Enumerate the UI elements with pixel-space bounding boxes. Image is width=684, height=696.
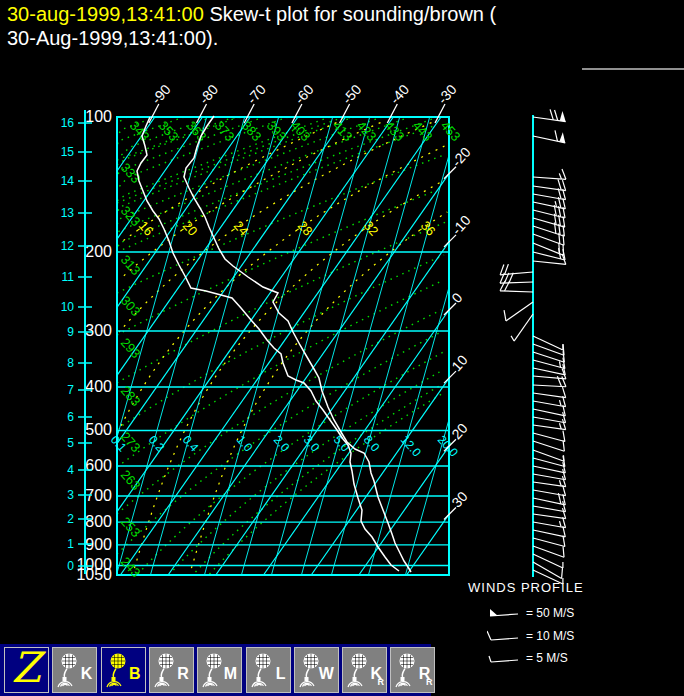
svg-text:1: 1 — [67, 537, 74, 551]
skewt-chart: 3333233133032932832732632532433433533633… — [0, 0, 684, 644]
svg-text:-20: -20 — [448, 144, 474, 170]
svg-text:5: 5 — [67, 436, 74, 450]
svg-text:13: 13 — [61, 206, 75, 220]
toolbar-button-label: R — [177, 666, 189, 682]
svg-text:32: 32 — [361, 218, 382, 239]
svg-text:-80: -80 — [196, 81, 222, 107]
svg-text:7: 7 — [67, 383, 74, 397]
radiosonde-balloon-icon — [346, 652, 372, 688]
svg-text:443: 443 — [410, 118, 436, 144]
legend-row-50ms: = 50 M/S — [487, 605, 574, 621]
toolbar-button-w[interactable]: W — [294, 647, 339, 693]
svg-text:400: 400 — [85, 378, 112, 395]
radiosonde-balloon-icon — [394, 652, 420, 688]
zebra-logo-icon: Z — [5, 648, 48, 692]
legend-row-10ms: = 10 M/S — [487, 628, 574, 644]
half-barb-icon — [487, 651, 521, 665]
legend-label-10ms: = 10 M/S — [526, 629, 574, 643]
svg-text:2: 2 — [67, 512, 74, 526]
legend-label-5ms: = 5 M/S — [526, 651, 568, 665]
toolbar-button-label: K — [81, 666, 93, 682]
svg-text:453: 453 — [438, 118, 464, 144]
svg-text:1.0: 1.0 — [234, 433, 256, 455]
svg-text:10: 10 — [448, 352, 470, 374]
svg-text:-50: -50 — [339, 81, 365, 107]
svg-text:36: 36 — [418, 218, 439, 239]
svg-text:24: 24 — [231, 218, 252, 239]
toolbar-button-k[interactable]: K — [52, 647, 97, 693]
radiosonde-balloon-icon — [56, 652, 82, 688]
svg-text:1050: 1050 — [76, 566, 112, 583]
svg-text:14: 14 — [61, 174, 75, 188]
svg-text:Z: Z — [11, 648, 46, 692]
svg-text:423: 423 — [354, 118, 380, 144]
svg-text:3: 3 — [67, 488, 74, 502]
svg-text:15: 15 — [61, 145, 75, 159]
plot-border — [117, 117, 449, 575]
svg-text:303: 303 — [118, 293, 144, 319]
radiosonde-balloon-icon — [153, 652, 179, 688]
svg-text:2.0: 2.0 — [271, 433, 293, 455]
svg-text:433: 433 — [382, 118, 408, 144]
svg-text:4: 4 — [67, 463, 74, 477]
height-axis: 012345678910111213141516 — [61, 110, 92, 574]
svg-text:0.4: 0.4 — [180, 433, 202, 455]
toolbar-button-zebra-logo[interactable]: Z — [4, 647, 49, 693]
pressure-axis-labels: 10020030040050060070080090010001050 — [76, 108, 112, 583]
svg-text:3.0: 3.0 — [301, 433, 323, 455]
svg-text:800: 800 — [85, 513, 112, 530]
svg-text:0: 0 — [67, 559, 74, 573]
svg-text:16: 16 — [61, 116, 75, 130]
svg-text:-30: -30 — [434, 81, 460, 107]
svg-text:-10: -10 — [448, 212, 474, 238]
svg-text:-70: -70 — [244, 81, 270, 107]
toolbar-button-rr[interactable]: RR — [390, 647, 435, 693]
svg-text:253: 253 — [118, 514, 144, 540]
pressure-gridlines — [117, 117, 449, 575]
svg-text:28: 28 — [295, 218, 316, 239]
legend-label-50ms: = 50 M/S — [526, 606, 574, 620]
svg-text:6: 6 — [67, 410, 74, 424]
toolbar: ZKBRMLWKRRR — [0, 644, 431, 696]
svg-text:600: 600 — [85, 457, 112, 474]
svg-text:263: 263 — [118, 467, 144, 493]
radiosonde-balloon-icon — [105, 652, 131, 688]
svg-text:403: 403 — [288, 118, 314, 144]
toolbar-button-kr[interactable]: KR — [342, 647, 387, 693]
svg-text:12: 12 — [61, 239, 75, 253]
toolbar-button-m[interactable]: M — [197, 647, 242, 693]
svg-text:300: 300 — [85, 322, 112, 339]
svg-text:500: 500 — [85, 421, 112, 438]
toolbar-button-sublabel: R — [426, 678, 433, 687]
svg-text:-60: -60 — [291, 81, 317, 107]
svg-text:0.2: 0.2 — [146, 433, 168, 455]
svg-text:30: 30 — [448, 488, 470, 510]
toolbar-button-l[interactable]: L — [246, 647, 291, 693]
isotherm-lines — [117, 117, 449, 575]
svg-text:-90: -90 — [148, 81, 174, 107]
toolbar-button-label: W — [319, 666, 334, 682]
svg-text:413: 413 — [330, 118, 356, 144]
svg-text:20: 20 — [180, 218, 201, 239]
svg-text:0: 0 — [448, 289, 465, 306]
svg-text:10: 10 — [61, 300, 75, 314]
toolbar-button-sublabel: R — [378, 678, 385, 687]
svg-text:393: 393 — [264, 118, 290, 144]
toolbar-button-r[interactable]: R — [149, 647, 194, 693]
svg-text:11: 11 — [62, 270, 75, 284]
legend-row-5ms: = 5 M/S — [487, 650, 568, 666]
svg-text:383: 383 — [239, 118, 265, 144]
toolbar-button-label: M — [224, 666, 237, 682]
winds-profile-title: WINDS PROFILE — [468, 580, 584, 595]
svg-text:-40: -40 — [387, 81, 413, 107]
toolbar-button-b[interactable]: B — [101, 647, 146, 693]
dewpoint-trace — [137, 117, 399, 571]
toolbar-button-label: B — [129, 666, 141, 682]
app-window: { "title": { "timestamp": "30-aug-1999,1… — [0, 0, 684, 696]
svg-text:8: 8 — [67, 356, 74, 370]
svg-text:8.0: 8.0 — [361, 433, 383, 455]
flag-barb-icon — [487, 606, 521, 620]
dry-adiabat-lines — [117, 117, 448, 574]
radiosonde-balloon-icon — [250, 652, 276, 688]
moist-adiabat-lines — [117, 122, 447, 572]
